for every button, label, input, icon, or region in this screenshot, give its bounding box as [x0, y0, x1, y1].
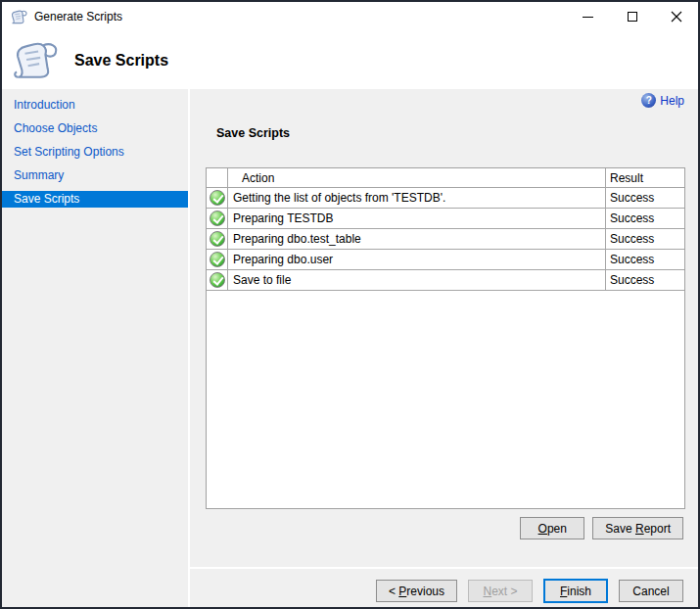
maximize-button[interactable]: [610, 2, 654, 31]
wizard-steps-sidebar: Introduction Choose Objects Set Scriptin…: [2, 89, 188, 607]
close-button[interactable]: [654, 2, 698, 31]
maximize-icon: [628, 12, 637, 22]
success-check-icon: [210, 190, 225, 206]
result-cell: Success: [606, 188, 684, 208]
minimize-button[interactable]: [566, 2, 610, 31]
footer-divider: [190, 567, 698, 569]
results-table: Action Result Getting the list of object…: [206, 167, 685, 509]
success-check-icon: [210, 231, 225, 247]
cancel-button[interactable]: Cancel: [619, 580, 683, 602]
sidebar-item-choose-objects[interactable]: Choose Objects: [2, 120, 188, 137]
section-title: Save Scripts: [216, 126, 290, 140]
sidebar-item-set-scripting-options[interactable]: Set Scripting Options: [2, 144, 188, 161]
help-icon: ?: [641, 93, 656, 108]
success-check-icon: [210, 211, 225, 226]
table-header-row: Action Result: [207, 168, 684, 188]
success-check-icon: [210, 272, 225, 288]
help-link[interactable]: ? Help: [641, 93, 684, 108]
window-title: Generate Scripts: [34, 10, 122, 23]
wizard-header: Save Scripts: [2, 31, 698, 89]
table-row[interactable]: Preparing TESTDB Success: [207, 209, 684, 229]
result-cell: Success: [606, 250, 684, 269]
table-row[interactable]: Getting the list of objects from 'TESTDB…: [207, 188, 684, 209]
open-button[interactable]: Open: [520, 517, 584, 539]
wizard-footer: < Previous Next > Finish Cancel: [376, 579, 683, 603]
close-icon: [671, 11, 682, 23]
action-cell: Getting the list of objects from 'TESTDB…: [228, 188, 606, 208]
next-button[interactable]: Next >: [468, 580, 533, 602]
action-cell: Save to file: [228, 270, 606, 290]
table-row[interactable]: Preparing dbo.user Success: [207, 250, 684, 270]
help-label: Help: [660, 94, 684, 108]
action-cell: Preparing dbo.user: [228, 250, 606, 269]
action-column-header: Action: [228, 168, 606, 187]
result-column-header: Result: [606, 168, 684, 187]
report-actions: Open Save Report: [520, 517, 683, 539]
finish-button[interactable]: Finish: [543, 579, 608, 603]
action-cell: Preparing dbo.test_table: [228, 229, 606, 249]
success-check-icon: [210, 252, 225, 267]
content-panel: ? Help Save Scripts Action Result Gettin…: [190, 89, 698, 607]
save-report-button[interactable]: Save Report: [592, 517, 683, 539]
result-cell: Success: [606, 209, 684, 228]
sidebar-item-summary[interactable]: Summary: [2, 167, 188, 184]
result-cell: Success: [606, 270, 684, 290]
sidebar-item-introduction[interactable]: Introduction: [2, 97, 188, 114]
sidebar-item-save-scripts[interactable]: Save Scripts: [2, 191, 188, 208]
title-bar: Generate Scripts: [2, 2, 698, 31]
script-scroll-icon: [11, 9, 27, 25]
minimize-icon: [583, 17, 593, 18]
action-cell: Preparing TESTDB: [228, 209, 606, 228]
table-row[interactable]: Preparing dbo.test_table Success: [207, 229, 684, 250]
script-scroll-icon: [14, 38, 59, 83]
page-title: Save Scripts: [74, 52, 168, 70]
generate-scripts-window: Generate Scripts Save Scripts Introducti…: [0, 0, 700, 609]
table-row[interactable]: Save to file Success: [207, 270, 684, 291]
previous-button[interactable]: < Previous: [376, 580, 457, 602]
status-column-header: [207, 168, 228, 187]
result-cell: Success: [606, 229, 684, 249]
